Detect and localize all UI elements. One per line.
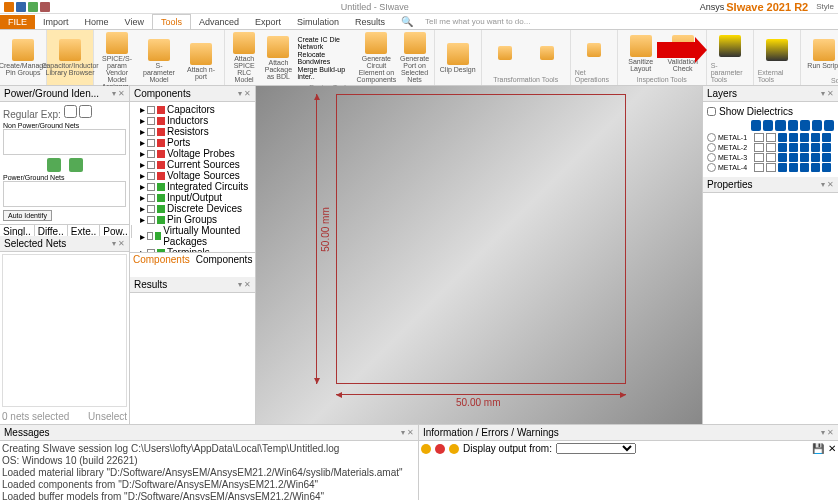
properties-controls[interactable]: ▾ ✕ (821, 180, 834, 189)
regex-check2[interactable] (79, 105, 92, 118)
gen-circuit-el-button[interactable]: Generate Circuit Element on Components (357, 32, 395, 83)
info-save-icon[interactable]: 💾 (812, 443, 824, 454)
external-tools-button[interactable] (758, 39, 796, 62)
layer-radio-1[interactable] (707, 133, 716, 142)
components-tree[interactable]: ▸Capacitors ▸Inductors ▸Resistors ▸Ports… (130, 102, 255, 252)
pg-panel-controls[interactable]: ▾ ✕ (112, 89, 125, 98)
move-down-button[interactable] (47, 158, 61, 172)
comp-ports[interactable]: Ports (167, 137, 190, 148)
layer-radio-2[interactable] (707, 143, 716, 152)
tab-simulation[interactable]: Simulation (289, 15, 347, 29)
transform-tools-label: Transformation Tools (493, 76, 558, 83)
attach-package-button[interactable]: Attach Package as BDL (263, 36, 293, 80)
version-label: SIwave 2021 R2 (726, 1, 808, 13)
auto-identify-button[interactable]: Auto Identify (3, 210, 52, 221)
tab-file[interactable]: FILE (0, 15, 35, 29)
messages-title: Messages (4, 427, 50, 438)
comp-capacitors[interactable]: Capacitors (167, 104, 215, 115)
comp-pingroups[interactable]: Pin Groups (167, 214, 217, 225)
comp-resistors[interactable]: Resistors (167, 126, 209, 137)
warning-icon[interactable] (449, 444, 459, 454)
tab-view[interactable]: View (117, 15, 152, 29)
cap-inductor-lib-button[interactable]: Capacitor/Inductor Library Browser (51, 39, 89, 76)
net-op-button[interactable] (575, 43, 613, 58)
display-output-select[interactable] (556, 443, 636, 454)
components-controls[interactable]: ▾ ✕ (238, 89, 251, 98)
comp-vprobes[interactable]: Voltage Probes (167, 148, 235, 159)
comp-inductors[interactable]: Inductors (167, 115, 208, 126)
layer-name-4: METAL-4 (718, 164, 752, 171)
info-title: Information / Errors / Warnings (423, 427, 559, 438)
relocate-bondwires-button[interactable]: Relocate Bondwires (298, 51, 354, 65)
results-controls[interactable]: ▾ ✕ (238, 280, 251, 289)
spice-model-button[interactable]: SPICE/S-param Vendor Model Assignm.. (98, 32, 136, 90)
net-ops-label: Net Operations (575, 69, 613, 83)
ribbon: Create/Manage Pin Groups Capacitor/Induc… (0, 30, 838, 86)
error-icon[interactable] (435, 444, 445, 454)
move-up-button[interactable] (69, 158, 83, 172)
info-clear-icon[interactable]: ✕ (828, 443, 836, 454)
results-title: Results (134, 279, 167, 290)
selnets-controls[interactable]: ▾ ✕ (112, 239, 125, 248)
external-tools-label: External Tools (758, 69, 796, 83)
selnets-list[interactable] (2, 254, 127, 407)
comp-discrete[interactable]: Discrete Devices (167, 203, 242, 214)
gen-port-button[interactable]: Generate Port on Selected Nets (399, 32, 429, 83)
attach-nport-button[interactable]: Attach n-port (182, 43, 220, 80)
highlight-arrow (657, 42, 697, 58)
qat-save-icon[interactable] (16, 2, 26, 12)
selnets-count: 0 nets selected (2, 411, 69, 422)
layer-radio-4[interactable] (707, 163, 716, 172)
components-tab[interactable]: Components (130, 253, 193, 277)
info-controls[interactable]: ▾ ✕ (821, 428, 834, 437)
non-pg-list[interactable] (3, 129, 126, 155)
comp-vmp[interactable]: Virtually Mounted Packages (163, 225, 253, 247)
show-dielectrics-check[interactable] (707, 107, 716, 116)
pin-groups-button[interactable]: Create/Manage Pin Groups (4, 39, 42, 76)
messages-controls[interactable]: ▾ ✕ (401, 428, 414, 437)
layer-name-2: METAL-2 (718, 144, 752, 151)
layers-controls[interactable]: ▾ ✕ (821, 89, 834, 98)
tab-export[interactable]: Export (247, 15, 289, 29)
ribbon-tabs: FILE Import Home View Tools Advanced Exp… (0, 14, 838, 30)
attach-spice-button[interactable]: Attach SPICE RLC Model (229, 32, 259, 83)
sparam-model-button[interactable]: S-parameter Model (140, 39, 178, 83)
style-dropdown[interactable]: Style (816, 2, 834, 11)
scripting-label: Scripting (831, 77, 838, 84)
merge-buildup-button[interactable]: Merge Build-up inter.. (298, 66, 354, 80)
qat-redo-icon[interactable] (40, 2, 50, 12)
comp-ics[interactable]: Integrated Circuits (167, 181, 248, 192)
tab-home[interactable]: Home (77, 15, 117, 29)
show-dielectrics-label: Show Dielectrics (719, 106, 793, 117)
regex-check1[interactable] (64, 105, 77, 118)
layer-radio-3[interactable] (707, 153, 716, 162)
messages-body[interactable]: Creating SIwave session log C:\Users\lof… (0, 441, 418, 500)
vertical-dimension: 50.00 mm (316, 94, 317, 384)
transform-button-1[interactable] (486, 46, 524, 61)
layer-name-1: METAL-1 (718, 134, 752, 141)
tab-results[interactable]: Results (347, 15, 393, 29)
comp-csources[interactable]: Current Sources (167, 159, 240, 170)
search-icon: 🔍 (401, 16, 413, 27)
sparam-tools-button[interactable] (711, 35, 749, 58)
design-canvas[interactable]: 50.00 mm 50.00 mm (256, 86, 702, 424)
transform-button-2[interactable] (528, 46, 566, 61)
clip-design-button[interactable]: Clip Design (439, 43, 477, 73)
comp-vsources[interactable]: Voltage Sources (167, 170, 240, 181)
tab-tools[interactable]: Tools (152, 14, 191, 29)
create-ic-die-button[interactable]: Create IC Die Network (298, 36, 354, 50)
unselect-button[interactable]: Unselect (88, 411, 127, 422)
tab-advanced[interactable]: Advanced (191, 15, 247, 29)
info-icon[interactable] (421, 444, 431, 454)
tell-me-input[interactable]: Tell me what you want to do... (425, 17, 530, 26)
window-title: Untitled - SIwave (52, 2, 698, 12)
pg-nets-list[interactable] (3, 181, 126, 207)
run-script-button[interactable]: Run Script (805, 39, 838, 69)
comp-io[interactable]: Input/Output (167, 192, 222, 203)
sparam-tools-label: S-parameter Tools (711, 62, 749, 83)
sanitize-button[interactable]: Sanitize Layout (622, 35, 660, 72)
qat-undo-icon[interactable] (28, 2, 38, 12)
board-outline (336, 94, 626, 384)
tab-import[interactable]: Import (35, 15, 77, 29)
display-output-label: Display output from: (463, 443, 552, 454)
